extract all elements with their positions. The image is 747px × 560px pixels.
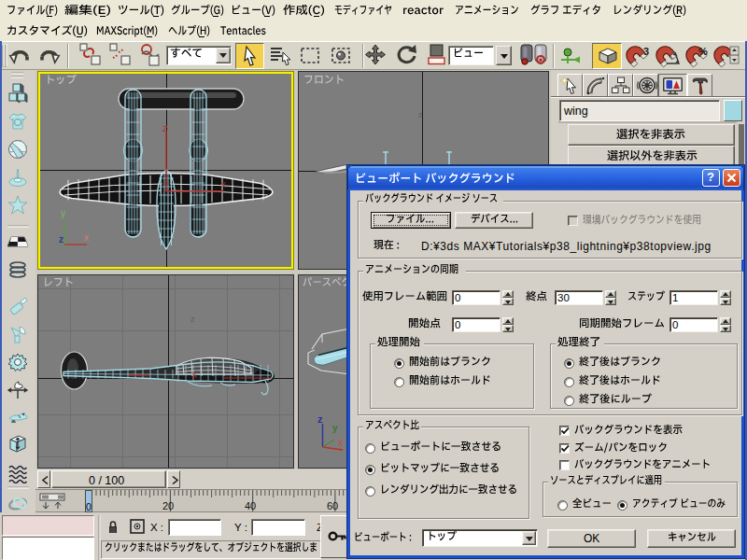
svg-text:x: x [84, 232, 89, 243]
svg-text:3: 3 [643, 46, 649, 57]
svg-text:Z: Z [162, 124, 168, 133]
svg-text:z: z [418, 110, 423, 119]
svg-text:X: X [220, 180, 226, 189]
svg-text:x: x [338, 438, 343, 448]
svg-text:%: % [698, 46, 708, 57]
svg-text:z: z [317, 413, 323, 425]
svg-text:y: y [61, 208, 65, 218]
svg-text:y: y [332, 423, 338, 433]
svg-text:X: X [191, 371, 197, 380]
svg-text:z: z [59, 234, 63, 245]
svg-text:z: z [190, 315, 195, 324]
